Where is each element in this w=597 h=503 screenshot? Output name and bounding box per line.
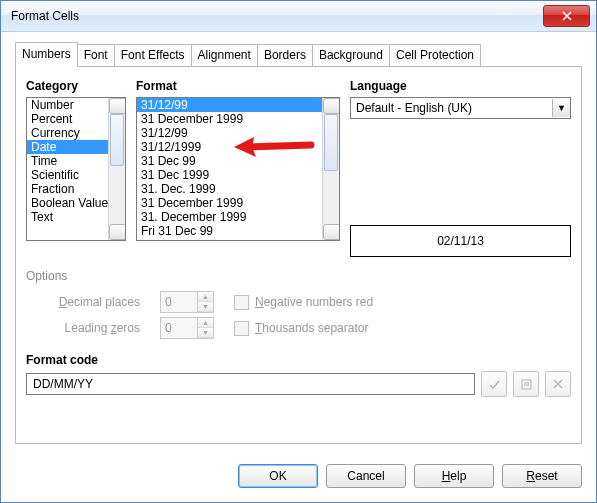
tab-cell-protection[interactable]: Cell Protection — [389, 44, 481, 66]
reset-button[interactable]: Reset — [502, 464, 582, 488]
decimal-places-spinner: ▲▼ — [160, 291, 214, 313]
category-scrollbar[interactable]: ▲ ▼ — [108, 98, 125, 240]
format-item[interactable]: 31 December 1999 — [137, 112, 339, 126]
leading-zeros-spinner: ▲▼ — [160, 317, 214, 339]
format-item[interactable]: 31/12/99 — [137, 126, 339, 140]
options-header: Options — [26, 269, 571, 283]
tab-numbers[interactable]: Numbers — [15, 42, 78, 66]
spinner-down-icon: ▼ — [198, 302, 213, 312]
tab-alignment[interactable]: Alignment — [191, 44, 258, 66]
close-icon — [562, 11, 572, 21]
window-title: Format Cells — [11, 9, 543, 23]
tab-font[interactable]: Font — [77, 44, 115, 66]
format-item[interactable]: 31. December 1999 — [137, 210, 339, 224]
tab-font-effects[interactable]: Font Effects — [114, 44, 192, 66]
apply-format-button[interactable] — [481, 371, 507, 397]
language-select[interactable]: Default - English (UK) ▼ — [350, 97, 571, 119]
titlebar: Format Cells — [1, 1, 596, 32]
format-code-label: Format code — [26, 353, 571, 367]
chevron-down-icon[interactable]: ▼ — [552, 99, 570, 117]
scroll-down-icon[interactable]: ▼ — [323, 224, 340, 240]
format-item[interactable]: 31 Dec 99 — [137, 154, 339, 168]
format-preview: 02/11/13 — [350, 225, 571, 257]
format-item[interactable]: 31. Dec. 1999 — [137, 182, 339, 196]
decimal-places-input — [161, 292, 197, 312]
format-item[interactable]: 31 December 1999 — [137, 196, 339, 210]
decimal-places-label: Decimal places — [40, 295, 140, 309]
format-code-input[interactable] — [26, 373, 475, 395]
thousands-label: Thousands separator — [255, 321, 368, 335]
check-icon — [488, 378, 501, 391]
thousands-checkbox: Thousands separator — [234, 321, 368, 336]
checkbox-icon — [234, 321, 249, 336]
scroll-thumb[interactable] — [324, 114, 338, 171]
tab-bar: NumbersFontFont EffectsAlignmentBordersB… — [15, 42, 582, 67]
tab-borders[interactable]: Borders — [257, 44, 313, 66]
leading-zeros-input — [161, 318, 197, 338]
category-listbox[interactable]: NumberPercentCurrencyDateTimeScientificF… — [26, 97, 126, 241]
negative-red-label: Negative numbers red — [255, 295, 373, 309]
spinner-up-icon: ▲ — [198, 292, 213, 302]
format-listbox[interactable]: 31/12/9931 December 199931/12/9931/12/19… — [136, 97, 340, 241]
leading-zeros-label: Leading zeros — [40, 321, 140, 335]
scroll-thumb[interactable] — [110, 114, 124, 166]
help-button[interactable]: Help — [414, 464, 494, 488]
scroll-down-icon[interactable]: ▼ — [109, 224, 126, 240]
tab-panel-numbers: Category NumberPercentCurrencyDateTimeSc… — [15, 67, 582, 444]
negative-red-checkbox: Negative numbers red — [234, 295, 373, 310]
scroll-up-icon[interactable]: ▲ — [323, 98, 340, 114]
remove-format-button[interactable] — [545, 371, 571, 397]
x-icon — [552, 378, 564, 390]
spinner-up-icon: ▲ — [198, 318, 213, 328]
tab-background[interactable]: Background — [312, 44, 390, 66]
edit-comment-button[interactable] — [513, 371, 539, 397]
format-cells-dialog: Format Cells NumbersFontFont EffectsAlig… — [0, 0, 597, 503]
format-item[interactable]: Fri 31 Dec 99 — [137, 224, 339, 238]
close-button[interactable] — [543, 5, 590, 27]
scroll-up-icon[interactable]: ▲ — [109, 98, 126, 114]
format-item[interactable]: 31/12/1999 — [137, 140, 339, 154]
format-item[interactable]: 31 Dec 1999 — [137, 168, 339, 182]
cancel-button[interactable]: Cancel — [326, 464, 406, 488]
checkbox-icon — [234, 295, 249, 310]
ok-button[interactable]: OK — [238, 464, 318, 488]
spinner-down-icon: ▼ — [198, 328, 213, 338]
language-label: Language — [350, 79, 571, 93]
format-label: Format — [136, 79, 340, 93]
category-label: Category — [26, 79, 126, 93]
language-value: Default - English (UK) — [351, 101, 552, 115]
format-scrollbar[interactable]: ▲ ▼ — [322, 98, 339, 240]
options-group: Options Decimal places ▲▼ Negative numbe… — [26, 269, 571, 339]
note-icon — [520, 378, 533, 391]
format-item[interactable]: 31/12/99 — [137, 98, 339, 112]
dialog-footer: OK Cancel Help Reset — [1, 454, 596, 502]
